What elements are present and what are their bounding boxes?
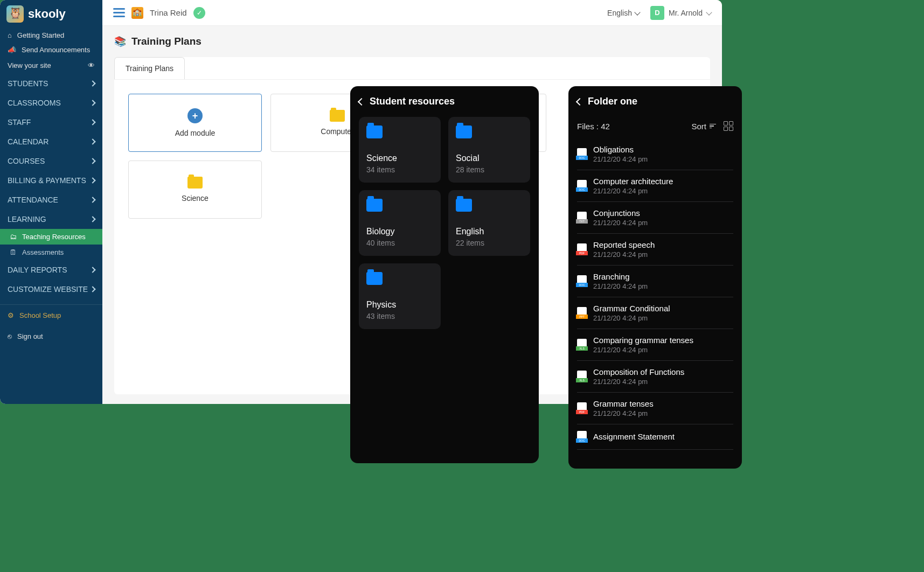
- sidebar-send-announcements[interactable]: 📣 Send Announcements: [0, 43, 102, 57]
- folder-count: 40 items: [366, 239, 433, 247]
- folder-tile[interactable]: English22 items: [448, 190, 530, 256]
- file-name: Branching: [593, 272, 733, 281]
- folder-name: Science: [366, 154, 433, 163]
- folder-icon: [366, 272, 383, 285]
- file-row[interactable]: Grammar Conditional21/12/20 4:24 pm: [577, 297, 733, 329]
- folder-icon: [456, 125, 472, 138]
- grid-view-toggle[interactable]: [724, 121, 733, 131]
- owl-icon: [6, 5, 24, 23]
- folder-count: 43 items: [366, 312, 433, 320]
- user-menu[interactable]: D Mr. Arnold: [650, 6, 711, 20]
- sidebar-nav-item[interactable]: CUSTOMIZE WEBSITE: [0, 280, 102, 299]
- file-row[interactable]: Branching21/12/20 4:24 pm: [577, 266, 733, 297]
- sidebar-nav-item[interactable]: DAILY REPORTS: [0, 260, 102, 280]
- panel-title: Student resources: [370, 96, 455, 107]
- nav-label: LEARNING: [8, 215, 46, 224]
- megaphone-icon: 📣: [8, 46, 16, 54]
- nav-label: ATTENDANCE: [8, 196, 58, 204]
- sidebar-getting-started[interactable]: ⌂ Getting Started: [0, 28, 102, 43]
- sort-button[interactable]: Sort: [691, 122, 716, 131]
- file-date: 21/12/20 4:24 pm: [593, 314, 733, 322]
- page-title: Training Plans: [131, 36, 202, 47]
- folder-count: 34 items: [366, 165, 433, 174]
- back-icon[interactable]: [358, 97, 365, 105]
- add-module-card[interactable]: +Add module: [128, 94, 262, 152]
- file-name: Composition of Functions: [593, 367, 733, 376]
- back-icon[interactable]: [576, 97, 583, 105]
- sidebar: skooly ⌂ Getting Started 📣 Send Announce…: [0, 0, 102, 404]
- sign-out[interactable]: ⎋ Sign out: [0, 326, 102, 347]
- sidebar-nav-item[interactable]: BILLING & PAYMENTS: [0, 171, 102, 190]
- folder-tile[interactable]: Physics43 items: [359, 263, 441, 329]
- sidebar-nav-item[interactable]: COURSES: [0, 151, 102, 171]
- nav-label: STUDENTS: [8, 79, 48, 88]
- plus-icon: +: [187, 108, 203, 123]
- folder-tile[interactable]: Biology40 items: [359, 190, 441, 256]
- file-name: Comparing grammar tenses: [593, 336, 733, 345]
- file-type-icon: [577, 307, 587, 319]
- file-type-icon: [577, 402, 587, 414]
- school-setup-label: School Setup: [19, 311, 61, 319]
- nav-label: DAILY REPORTS: [8, 266, 67, 274]
- nav-sub-label: Assessments: [22, 248, 64, 256]
- chevron-right-icon: [89, 286, 95, 292]
- file-row[interactable]: Reported speech21/12/20 4:24 pm: [577, 234, 733, 266]
- folder-name: English: [456, 227, 523, 236]
- sidebar-nav-item[interactable]: STUDENTS: [0, 74, 102, 93]
- eye-icon: 👁: [88, 61, 95, 69]
- sidebar-nav-item[interactable]: ATTENDANCE: [0, 190, 102, 210]
- brand-logo[interactable]: skooly: [0, 0, 102, 28]
- sign-out-label: Sign out: [17, 332, 43, 340]
- sidebar-nav-item[interactable]: STAFF: [0, 113, 102, 132]
- file-type-icon: [577, 212, 587, 224]
- sidebar-nav-item[interactable]: LEARNING: [0, 210, 102, 229]
- file-row[interactable]: Conjunctions21/12/20 4:24 pm: [577, 202, 733, 234]
- sidebar-link-label: Send Announcements: [22, 46, 90, 54]
- file-row[interactable]: Grammar tenses21/12/20 4:24 pm: [577, 393, 733, 424]
- file-type-icon: [577, 371, 587, 382]
- file-row[interactable]: Composition of Functions21/12/20 4:24 pm: [577, 361, 733, 393]
- hamburger-icon[interactable]: [113, 8, 125, 17]
- file-name: Conjunctions: [593, 208, 733, 218]
- school-setup[interactable]: ⚙ School Setup: [0, 304, 102, 326]
- language-selector[interactable]: English: [607, 9, 640, 17]
- file-row[interactable]: Comparing grammar tenses21/12/20 4:24 pm: [577, 329, 733, 361]
- sort-label: Sort: [691, 122, 706, 131]
- nav-label: STAFF: [8, 118, 31, 127]
- sidebar-sub-teaching-resources[interactable]: 🗂 Teaching Resources: [0, 229, 102, 245]
- chevron-right-icon: [89, 100, 95, 106]
- sidebar-nav-item[interactable]: CALENDAR: [0, 132, 102, 151]
- user-avatar: D: [650, 6, 664, 20]
- calendar-icon: 🗓: [10, 248, 17, 256]
- file-type-icon: [577, 275, 587, 287]
- language-label: English: [607, 9, 632, 17]
- sidebar-nav-item[interactable]: CLASSROOMS: [0, 93, 102, 113]
- folder-tile[interactable]: Social28 items: [448, 117, 530, 183]
- file-row[interactable]: Obligations21/12/20 4:24 pm: [577, 138, 733, 170]
- file-date: 21/12/20 4:24 pm: [593, 409, 733, 417]
- view-site-label: View your site: [8, 61, 51, 69]
- module-label: Science: [182, 194, 209, 203]
- files-count: Files : 42: [577, 122, 610, 131]
- user-name: Mr. Arnold: [669, 9, 703, 17]
- tab-training-plans[interactable]: Training Plans: [114, 57, 185, 79]
- add-module-label: Add module: [175, 129, 216, 137]
- file-row[interactable]: Assignment Statement: [577, 424, 733, 450]
- nav-label: BILLING & PAYMENTS: [8, 176, 86, 185]
- file-date: 21/12/20 4:24 pm: [593, 155, 733, 163]
- topbar: Trina Reid ✓ English D Mr. Arnold: [102, 0, 722, 26]
- school-icon: [131, 7, 143, 19]
- view-your-site[interactable]: View your site 👁: [0, 57, 102, 74]
- file-name: Grammar Conditional: [593, 304, 733, 313]
- chevron-right-icon: [89, 119, 95, 125]
- folder-icon: [366, 125, 383, 138]
- sidebar-sub-assessments[interactable]: 🗓 Assessments: [0, 245, 102, 260]
- file-row[interactable]: Computer architecture21/12/20 4:24 pm: [577, 170, 733, 202]
- module-card[interactable]: Science: [128, 161, 262, 219]
- file-name: Computer architecture: [593, 177, 733, 186]
- folder-count: 28 items: [456, 165, 523, 174]
- chevron-right-icon: [89, 177, 95, 183]
- folder-tile[interactable]: Science34 items: [359, 117, 441, 183]
- file-type-icon: [577, 431, 587, 443]
- file-date: 21/12/20 4:24 pm: [593, 282, 733, 290]
